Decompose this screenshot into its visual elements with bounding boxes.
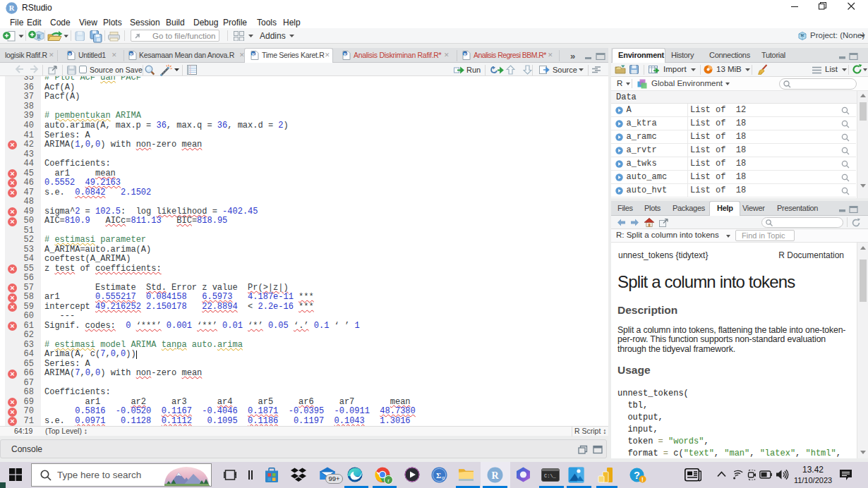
svg-text:R: R [491,470,499,481]
svg-text:R: R [464,51,467,56]
svg-text:C:\_: C:\_ [544,473,557,479]
svg-text:!: ! [641,476,644,483]
svg-text:R: R [9,4,15,12]
svg-text:R: R [130,51,133,56]
svg-text:r: r [387,477,390,484]
svg-text:R: R [344,51,347,56]
svg-text:R: R [37,34,41,40]
svg-text:α: α [442,475,445,480]
svg-text:R: R [68,51,72,56]
svg-text:R: R [252,51,255,56]
svg-text:Σ: Σ [436,471,441,480]
